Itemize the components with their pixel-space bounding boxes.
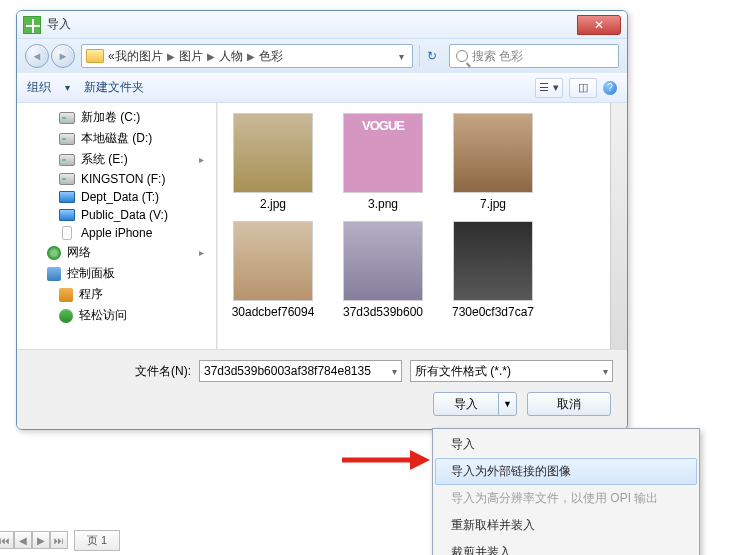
file-list[interactable]: 2.jpg 3.png 7.jpg 30adcbef76094 37d3d539… bbox=[217, 103, 610, 349]
refresh-button[interactable]: ↻ bbox=[419, 45, 443, 67]
help-icon[interactable]: ? bbox=[603, 81, 617, 95]
tree-item[interactable]: KINGSTON (F:) bbox=[17, 170, 216, 188]
filename-field[interactable]: 37d3d539b6003af38f784e8135 ▾ bbox=[199, 360, 402, 382]
thumbnail bbox=[453, 113, 533, 193]
ease-access-icon bbox=[59, 309, 73, 323]
tree-item[interactable]: 程序 bbox=[17, 284, 216, 305]
tree-item[interactable]: Apple iPhone bbox=[17, 224, 216, 242]
tree-item[interactable]: Dept_Data (T:) bbox=[17, 188, 216, 206]
network-icon bbox=[47, 246, 61, 260]
drive-icon bbox=[59, 173, 75, 185]
new-folder-button[interactable]: 新建文件夹 bbox=[84, 79, 144, 96]
crumb-3[interactable]: 色彩 bbox=[259, 48, 283, 65]
thumbnail bbox=[343, 113, 423, 193]
menu-item-import-opi: 导入为高分辨率文件，以使用 OPI 输出 bbox=[435, 485, 697, 512]
tab-nav-last[interactable]: ⏭ bbox=[50, 531, 68, 549]
network-drive-icon bbox=[59, 209, 75, 221]
import-dropdown-menu: 导入 导入为外部链接的图像 导入为高分辨率文件，以使用 OPI 输出 重新取样并… bbox=[432, 428, 700, 555]
app-icon bbox=[23, 16, 41, 34]
cancel-button[interactable]: 取消 bbox=[527, 392, 611, 416]
thumbnail bbox=[343, 221, 423, 301]
tree-item[interactable]: 网络▸ bbox=[17, 242, 216, 263]
toolbar: 组织 ▾ 新建文件夹 ☰ ▾ ◫ ? bbox=[17, 73, 627, 103]
crumb-1[interactable]: 图片 bbox=[179, 48, 203, 65]
drive-icon bbox=[59, 133, 75, 145]
tab-nav-next[interactable]: ▶ bbox=[32, 531, 50, 549]
window-title: 导入 bbox=[47, 16, 71, 33]
nav-forward-button[interactable]: ► bbox=[51, 44, 75, 68]
network-drive-icon bbox=[59, 191, 75, 203]
tab-nav-first[interactable]: ⏮ bbox=[0, 531, 14, 549]
search-icon bbox=[456, 50, 468, 62]
phone-icon bbox=[62, 226, 72, 240]
titlebar: 导入 ✕ bbox=[17, 11, 627, 39]
scrollbar[interactable] bbox=[610, 103, 627, 349]
page-tab-strip: ⏮ ◀ ▶ ⏭ 页 1 bbox=[0, 529, 296, 551]
svg-marker-1 bbox=[410, 450, 430, 470]
organize-button[interactable]: 组织 bbox=[27, 79, 51, 96]
annotation-arrow bbox=[340, 445, 430, 475]
folder-icon bbox=[86, 49, 104, 63]
nav-back-button[interactable]: ◄ bbox=[25, 44, 49, 68]
import-split-button[interactable]: ▼ bbox=[498, 393, 516, 415]
thumbnail bbox=[233, 221, 313, 301]
search-input[interactable]: 搜索 色彩 bbox=[449, 44, 619, 68]
import-dialog: 导入 ✕ ◄ ► « 我的图片▶ 图片▶ 人物▶ 色彩 ▾ ↻ 搜索 色彩 组织… bbox=[16, 10, 628, 430]
menu-item-resample[interactable]: 重新取样并装入 bbox=[435, 512, 697, 539]
menu-item-import-linked[interactable]: 导入为外部链接的图像 bbox=[435, 458, 697, 485]
tree-item[interactable]: 系统 (E:)▸ bbox=[17, 149, 216, 170]
file-item[interactable]: 7.jpg bbox=[448, 113, 538, 211]
navigation-tree[interactable]: 新加卷 (C:) 本地磁盘 (D:) 系统 (E:)▸ KINGSTON (F:… bbox=[17, 103, 217, 349]
menu-item-import[interactable]: 导入 bbox=[435, 431, 697, 458]
tree-item[interactable]: 本地磁盘 (D:) bbox=[17, 128, 216, 149]
page-tab-1[interactable]: 页 1 bbox=[74, 530, 120, 551]
crumb-0[interactable]: 我的图片 bbox=[115, 48, 163, 65]
file-item[interactable]: 2.jpg bbox=[228, 113, 318, 211]
thumbnail bbox=[233, 113, 313, 193]
file-item[interactable]: 37d3d539b600 bbox=[338, 221, 428, 319]
file-item[interactable]: 730e0cf3d7ca7 bbox=[448, 221, 538, 319]
bottom-panel: 文件名(N): 37d3d539b6003af38f784e8135 ▾ 所有文… bbox=[17, 349, 627, 429]
tab-nav-prev[interactable]: ◀ bbox=[14, 531, 32, 549]
breadcrumb[interactable]: « 我的图片▶ 图片▶ 人物▶ 色彩 ▾ bbox=[81, 44, 413, 68]
crumb-2[interactable]: 人物 bbox=[219, 48, 243, 65]
tree-item[interactable]: 控制面板 bbox=[17, 263, 216, 284]
tree-item[interactable]: 轻松访问 bbox=[17, 305, 216, 326]
control-panel-icon bbox=[47, 267, 61, 281]
thumbnail bbox=[453, 221, 533, 301]
address-bar: ◄ ► « 我的图片▶ 图片▶ 人物▶ 色彩 ▾ ↻ 搜索 色彩 bbox=[17, 39, 627, 73]
programs-icon bbox=[59, 288, 73, 302]
filetype-select[interactable]: 所有文件格式 (*.*) ▾ bbox=[410, 360, 613, 382]
menu-item-crop[interactable]: 裁剪并装入 bbox=[435, 539, 697, 555]
drive-icon bbox=[59, 112, 75, 124]
tree-item[interactable]: 新加卷 (C:) bbox=[17, 107, 216, 128]
view-button[interactable]: ☰ ▾ bbox=[535, 78, 563, 98]
preview-pane-button[interactable]: ◫ bbox=[569, 78, 597, 98]
import-button[interactable]: 导入 ▼ bbox=[433, 392, 517, 416]
filename-label: 文件名(N): bbox=[31, 363, 191, 380]
file-item[interactable]: 3.png bbox=[338, 113, 428, 211]
file-item[interactable]: 30adcbef76094 bbox=[228, 221, 318, 319]
drive-icon bbox=[59, 154, 75, 166]
tree-item[interactable]: Public_Data (V:) bbox=[17, 206, 216, 224]
close-button[interactable]: ✕ bbox=[577, 15, 621, 35]
